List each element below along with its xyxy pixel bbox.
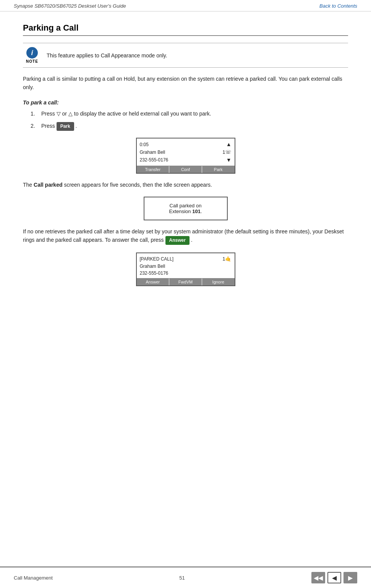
screen1-icon-handset: 1☏ (222, 148, 231, 156)
nav-prev-button[interactable]: ◀ (327, 572, 341, 583)
phone-screen-2-buttons: Answer FwdVM Ignore (137, 278, 235, 285)
body-paragraph-2: If no one retrieves the parked call afte… (23, 227, 348, 245)
call-parked-box-container: Call parked on Extension 101. (23, 197, 348, 220)
screen2-btn-answer[interactable]: Answer (137, 279, 170, 285)
step-1-content: Press ▽ or △ to display the active or he… (41, 109, 348, 118)
phone-screen-2: [PARKED CALL] 1🤙 Graham Bell 232-555-017… (136, 252, 235, 286)
footer-page-num: 51 (179, 575, 185, 581)
park-button[interactable]: Park (57, 122, 74, 131)
answer-button[interactable]: Answer (165, 236, 190, 245)
step-2-press-label: Press (41, 123, 55, 129)
main-content: Parking a Call i NOTE This feature appli… (0, 11, 371, 305)
step-2-num: 2. (31, 122, 41, 130)
doc-title: Synapse SB67020/SB67025 Deskset User's G… (14, 3, 126, 9)
footer-nav: ◀◀ ◀ ▶ (311, 572, 357, 583)
screen2-btn-ignore[interactable]: Ignore (202, 279, 235, 285)
step-1-press-label: Press (41, 111, 55, 117)
extension-label: Extension (169, 208, 191, 214)
phone-screen-1-body: 0:05 ▲ Graham Bell 1☏ 232-555-0176 ▼ (137, 138, 235, 164)
page-header: Synapse SB67020/SB67025 Deskset User's G… (0, 0, 371, 11)
screen2-name: Graham Bell (140, 263, 165, 270)
back-to-contents-link[interactable]: Back to Contents (319, 3, 357, 9)
phone-screen2-row-3: 232-555-0176 (140, 270, 232, 277)
phone-screen-row-1: 0:05 ▲ (140, 140, 232, 148)
screen1-time: 0:05 (140, 141, 149, 148)
call-parked-line2: Extension 101. (148, 208, 223, 214)
screen1-btn-conf[interactable]: Conf (169, 166, 202, 173)
screen1-icon-up: ▲ (226, 140, 232, 148)
call-parked-box: Call parked on Extension 101. (144, 197, 228, 220)
call-parked-desc: The Call parked screen appears for five … (23, 181, 348, 189)
steps-list: 1. Press ▽ or △ to display the active or… (31, 109, 348, 131)
phone-screen-1-buttons: Transfer Conf Park (137, 166, 235, 173)
step-2-content: Press Park . (41, 122, 348, 131)
screen1-btn-transfer[interactable]: Transfer (137, 166, 170, 173)
arrow-down-icon: ▽ (57, 109, 61, 118)
nav-next-button[interactable]: ▶ (343, 572, 357, 583)
body-paragraph-1: Parking a call is similar to putting a c… (23, 75, 348, 92)
arrow-up-icon: △ (68, 109, 73, 118)
phone-screen-2-body: [PARKED CALL] 1🤙 Graham Bell 232-555-017… (137, 253, 235, 277)
step-1-rest: to display the active or held external c… (74, 111, 211, 117)
screen1-icon-down: ▼ (226, 156, 232, 164)
section-title: Parking a Call (23, 23, 348, 36)
screen2-status: [PARKED CALL] (140, 256, 173, 262)
step-1: 1. Press ▽ or △ to display the active or… (31, 109, 348, 118)
phone-screen2-row-1: [PARKED CALL] 1🤙 (140, 255, 232, 263)
phone-screen2-row-2: Graham Bell (140, 263, 232, 270)
phone-screen-1-container: 0:05 ▲ Graham Bell 1☏ 232-555-0176 ▼ Tra… (23, 138, 348, 174)
step-2: 2. Press Park . (31, 122, 348, 131)
page-footer: Call Management 51 ◀◀ ◀ ▶ (0, 567, 371, 588)
step-1-or: or (62, 111, 67, 117)
screen2-number: 232-555-0176 (140, 270, 168, 277)
body2-end: . (191, 237, 193, 243)
info-circle-icon: i (26, 47, 38, 59)
note-box: i NOTE This feature applies to Call Appe… (23, 43, 348, 68)
step-2-end: . (76, 123, 77, 129)
screen1-name: Graham Bell (140, 149, 165, 156)
nav-prev-prev-button[interactable]: ◀◀ (311, 572, 325, 583)
phone-screen-1: 0:05 ▲ Graham Bell 1☏ 232-555-0176 ▼ Tra… (136, 138, 235, 174)
footer-section-label: Call Management (14, 575, 53, 581)
call-parked-bold: Call parked (34, 182, 62, 188)
call-parked-line1: Call parked on (148, 203, 223, 208)
step-1-num: 1. (31, 109, 41, 118)
note-icon: i NOTE (23, 47, 41, 64)
phone-screen-row-2: Graham Bell 1☏ (140, 148, 232, 156)
phone-screen-2-container: [PARKED CALL] 1🤙 Graham Bell 232-555-017… (23, 252, 348, 286)
screen1-btn-park[interactable]: Park (202, 166, 235, 173)
screen2-btn-fwdvm[interactable]: FwdVM (169, 279, 202, 285)
extension-number: 101 (192, 208, 201, 214)
note-label: NOTE (26, 59, 38, 64)
subheading: To park a call: (23, 99, 348, 106)
phone-screen-row-3: 232-555-0176 ▼ (140, 156, 232, 164)
call-parked-period: . (201, 208, 202, 214)
note-text: This feature applies to Call Appearance … (47, 52, 167, 59)
screen2-icon-handset: 1🤙 (222, 255, 231, 263)
screen1-number: 232-555-0176 (140, 156, 168, 163)
